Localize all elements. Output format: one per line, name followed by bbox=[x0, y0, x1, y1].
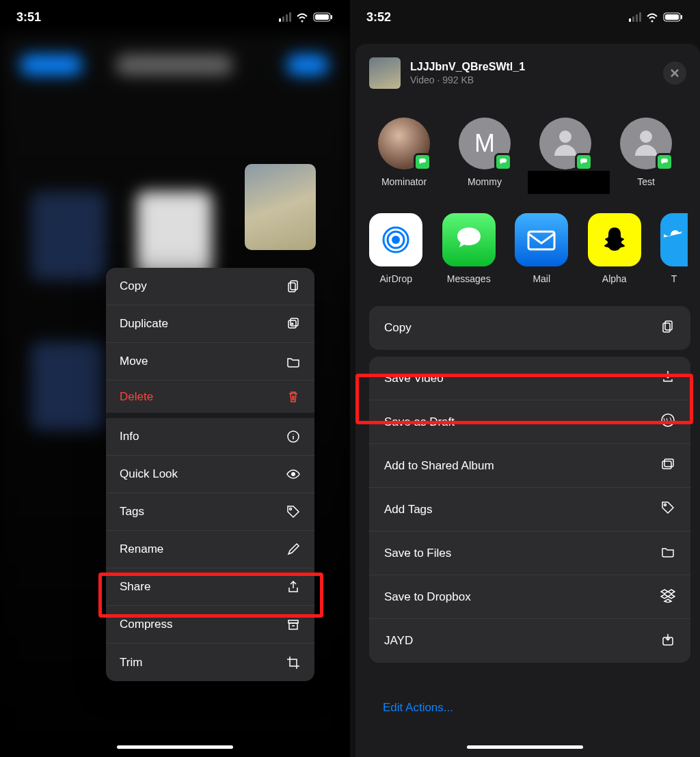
messages-badge-icon bbox=[494, 153, 512, 171]
svg-rect-14 bbox=[681, 15, 682, 19]
share-filemeta: Video · 992 KB bbox=[410, 74, 654, 85]
action-jayd[interactable]: JAYD bbox=[369, 619, 690, 663]
action-label: Save to Dropbox bbox=[384, 590, 471, 604]
menu-trim[interactable]: Trim bbox=[106, 644, 314, 681]
cellular-signal-icon bbox=[279, 12, 291, 22]
action-dropbox[interactable]: Save to Dropbox bbox=[369, 575, 690, 619]
svg-rect-20 bbox=[528, 232, 554, 249]
battery-icon bbox=[663, 12, 684, 22]
app-mail[interactable]: Mail bbox=[515, 213, 569, 284]
close-icon bbox=[670, 68, 679, 78]
messages-badge-icon bbox=[414, 153, 431, 171]
cellular-signal-icon bbox=[629, 12, 641, 22]
app-label: Mail bbox=[533, 273, 550, 284]
share-apps-row[interactable]: AirDrop Messages Mail Alpha T bbox=[355, 194, 700, 290]
phone-right-share-sheet: 3:52 LJJJbnV_QBreSWtl_1 Video · 992 KB M… bbox=[350, 0, 700, 757]
airdrop-contacts-row[interactable]: Mominator M Mommy bbox=[355, 100, 700, 194]
avatar bbox=[620, 118, 672, 169]
app-messages[interactable]: Messages bbox=[442, 213, 496, 284]
airdrop-icon bbox=[369, 213, 422, 266]
messages-badge-icon bbox=[575, 153, 593, 171]
avatar bbox=[539, 118, 591, 169]
folder-icon bbox=[286, 354, 301, 369]
menu-label: Quick Look bbox=[120, 467, 178, 481]
action-copy[interactable]: Copy bbox=[369, 306, 690, 350]
video-thumbnail[interactable] bbox=[245, 164, 316, 250]
app-label: Messages bbox=[447, 273, 491, 284]
menu-tags[interactable]: Tags bbox=[106, 493, 314, 531]
menu-label: Trim bbox=[120, 656, 142, 670]
app-alpha[interactable]: Alpha bbox=[588, 213, 642, 284]
menu-label: Compress bbox=[120, 618, 172, 631]
svg-rect-25 bbox=[664, 459, 673, 467]
redaction-box bbox=[528, 171, 610, 194]
share-filename: LJJJbnV_QBreSWtl_1 bbox=[410, 61, 654, 73]
contact-mommy[interactable]: M Mommy bbox=[454, 118, 515, 187]
annotation-highlight-save-video bbox=[355, 374, 693, 424]
svg-rect-22 bbox=[663, 323, 670, 332]
svg-point-26 bbox=[664, 504, 667, 506]
status-bar: 3:52 bbox=[350, 0, 700, 34]
crop-icon bbox=[286, 655, 301, 670]
menu-label: Copy bbox=[120, 279, 147, 293]
menu-label: Rename bbox=[120, 542, 163, 556]
app-label: Alpha bbox=[602, 273, 627, 284]
battery-icon bbox=[313, 12, 334, 22]
contact-mominator[interactable]: Mominator bbox=[373, 118, 435, 187]
messages-icon bbox=[442, 213, 496, 266]
pencil-icon bbox=[286, 542, 301, 557]
action-label: Add to Shared Album bbox=[384, 459, 494, 473]
snapchat-icon bbox=[588, 213, 641, 266]
menu-quicklook[interactable]: Quick Look bbox=[106, 456, 314, 493]
context-menu: Copy Duplicate Move Delete Info Quick Lo… bbox=[106, 268, 314, 681]
contact-name: Mominator bbox=[381, 176, 427, 187]
menu-rename[interactable]: Rename bbox=[106, 531, 314, 568]
eye-icon bbox=[286, 467, 301, 482]
svg-rect-4 bbox=[288, 283, 295, 292]
action-label: Add Tags bbox=[384, 503, 433, 517]
info-icon bbox=[286, 429, 301, 444]
app-twitter-partial[interactable]: T bbox=[660, 213, 688, 284]
phone-left-files-context-menu: 3:51 Copy Duplicate Move Delete bbox=[0, 0, 350, 757]
svg-rect-21 bbox=[665, 321, 672, 330]
action-label: JAYD bbox=[384, 634, 413, 648]
home-indicator[interactable] bbox=[467, 745, 583, 749]
svg-rect-24 bbox=[662, 461, 671, 469]
menu-copy[interactable]: Copy bbox=[106, 268, 314, 305]
status-icons bbox=[279, 12, 334, 23]
wifi-icon bbox=[645, 12, 659, 23]
menu-info[interactable]: Info bbox=[106, 418, 314, 456]
app-airdrop[interactable]: AirDrop bbox=[369, 213, 423, 284]
svg-rect-13 bbox=[665, 14, 679, 20]
svg-point-9 bbox=[290, 508, 292, 510]
menu-label: Tags bbox=[120, 505, 144, 519]
menu-delete[interactable]: Delete bbox=[106, 381, 314, 418]
avatar bbox=[378, 118, 430, 169]
status-time: 3:52 bbox=[366, 10, 391, 25]
action-add-tags[interactable]: Add Tags bbox=[369, 488, 690, 532]
avatar: M bbox=[459, 118, 511, 169]
menu-move[interactable]: Move bbox=[106, 343, 314, 381]
share-actions-list: Copy bbox=[369, 306, 690, 350]
svg-point-8 bbox=[291, 472, 295, 476]
tag-icon bbox=[660, 500, 675, 519]
svg-point-17 bbox=[392, 236, 400, 244]
contact-test[interactable]: Test bbox=[615, 118, 677, 187]
action-shared-album[interactable]: Add to Shared Album bbox=[369, 444, 690, 488]
contact-name: Mommy bbox=[468, 176, 502, 187]
menu-duplicate[interactable]: Duplicate bbox=[106, 305, 314, 343]
svg-rect-2 bbox=[331, 15, 332, 19]
download-box-icon bbox=[660, 632, 675, 650]
contact-redacted[interactable] bbox=[535, 118, 596, 187]
home-indicator[interactable] bbox=[117, 745, 233, 749]
svg-rect-1 bbox=[315, 14, 329, 20]
copy-icon bbox=[286, 279, 301, 294]
close-button[interactable] bbox=[663, 61, 686, 85]
action-label: Save to Files bbox=[384, 547, 451, 560]
share-thumbnail bbox=[369, 57, 401, 89]
action-save-files[interactable]: Save to Files bbox=[369, 532, 690, 575]
status-bar: 3:51 bbox=[0, 0, 350, 34]
twitter-icon bbox=[660, 213, 688, 266]
edit-actions-link[interactable]: Edit Actions... bbox=[383, 701, 453, 715]
wifi-icon bbox=[295, 12, 309, 23]
